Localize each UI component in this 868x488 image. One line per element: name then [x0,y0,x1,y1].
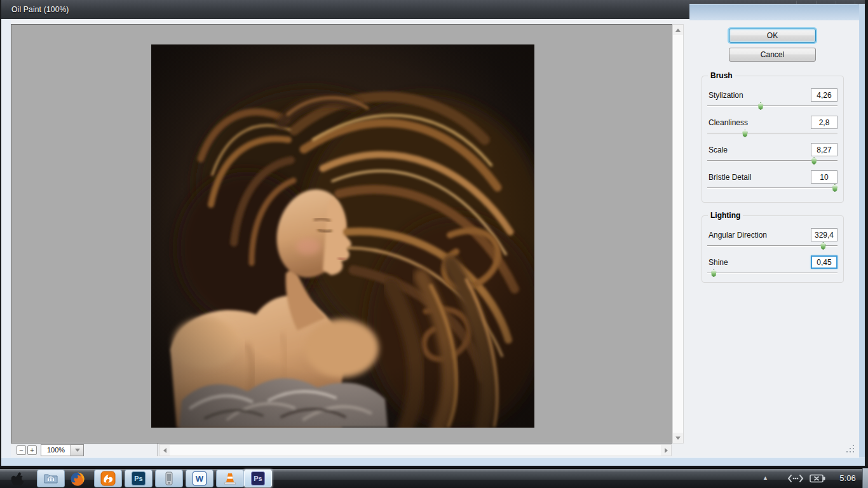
divider [158,444,158,456]
arrow-down-icon [675,437,681,440]
cleanliness-value-field[interactable] [811,116,837,129]
scale-label: Scale [709,146,728,154]
oil-paint-dialog: Oil Paint (100%) [0,0,868,468]
vlc-icon [223,472,237,485]
cleanliness-slider[interactable] [707,133,837,134]
scroll-left-button[interactable] [159,445,170,456]
window-frame [0,458,868,466]
arrow-right-icon [665,448,668,453]
taskbar-button-mobile-device[interactable] [155,470,183,487]
window-edge [865,0,868,468]
bristle-detail-slider[interactable] [707,187,837,189]
angular-direction-label: Angular Direction [709,231,767,240]
mobile-device-icon [165,471,173,485]
firefox-icon[interactable] [70,471,85,487]
cleanliness-label: Cleanliness [709,118,748,127]
resize-grip[interactable] [845,445,856,454]
window-frame-corner [689,4,862,20]
word-icon: W [193,471,207,485]
chevron-down-icon [75,449,80,452]
taskbar-button-photoshop-active[interactable]: Ps [244,470,272,487]
uc-browser-icon [100,471,116,486]
taskbar-button-photoshop[interactable]: Ps [125,470,153,487]
scroll-down-button[interactable] [673,433,683,443]
clock[interactable]: 5:06 [835,473,860,483]
ok-button[interactable]: OK [729,29,816,43]
photoshop-active-icon: Ps [251,471,265,485]
window-edge [0,0,1,468]
window-frame [1,19,11,458]
show-hidden-icons-button[interactable]: ▲ [763,475,768,481]
taskbar-button-uc-browser[interactable] [94,470,122,487]
taskbar-button-vlc[interactable] [216,470,244,487]
zoom-dropdown-button[interactable] [71,444,84,456]
battery-icon[interactable] [810,474,826,483]
stylization-slider[interactable] [707,105,837,107]
window-title: Oil Paint (100%) [11,5,69,14]
stylization-value-field[interactable] [811,88,837,102]
scale-value-field[interactable] [811,143,837,156]
zoom-in-button[interactable]: + [27,445,37,455]
bristle-detail-value-field[interactable] [811,170,837,184]
zoom-level-display[interactable]: 100% [41,444,71,456]
photoshop-icon: Ps [132,471,146,485]
stylization-label: Stylization [709,91,743,100]
taskbar: Ps W Ps ▲ [0,468,868,488]
brush-group-label: Brush [708,71,735,80]
scroll-up-button[interactable] [673,25,683,35]
zoom-out-button[interactable]: − [17,445,26,455]
bristle-detail-label: Bristle Detail [709,173,751,182]
vertical-scrollbar[interactable] [672,24,684,444]
shine-value-field[interactable] [811,255,837,269]
oil-paint-preview-image [151,44,534,428]
taskbar-button-word[interactable]: W [186,470,214,487]
shine-slider[interactable] [707,273,837,274]
show-desktop-button[interactable] [862,468,868,488]
cancel-button[interactable]: Cancel [729,48,816,62]
scale-slider[interactable] [707,160,837,161]
angular-direction-value-field[interactable] [811,228,837,241]
horizontal-scrollbar[interactable] [159,444,672,456]
window-frame [859,4,865,466]
angular-direction-slider[interactable] [707,245,837,247]
arrow-up-icon [675,29,681,32]
arrow-left-icon [163,448,166,453]
apple-logo-icon[interactable] [8,471,26,487]
preview-canvas[interactable] [11,24,673,444]
network-icon[interactable] [787,473,804,484]
lighting-group-label: Lighting [708,211,743,220]
taskbar-button-library-folder[interactable] [37,470,65,487]
shine-label: Shine [709,258,728,267]
scroll-right-button[interactable] [661,445,671,456]
library-folder-icon [44,473,58,484]
